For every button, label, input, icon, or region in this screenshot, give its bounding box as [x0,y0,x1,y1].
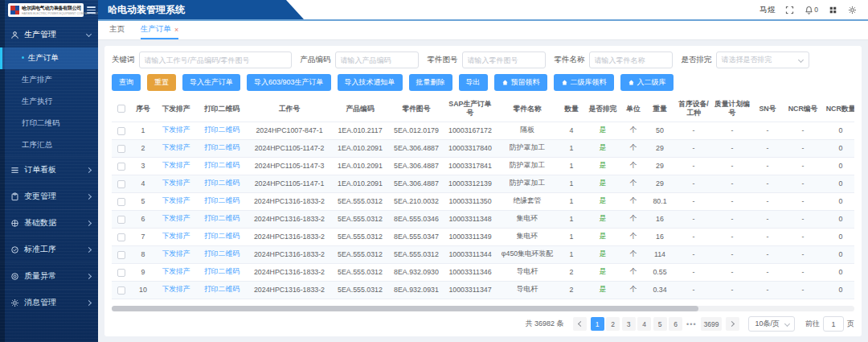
horizontal-scrollbar[interactable] [112,306,854,311]
import-tech-notice-button[interactable]: 导入技术通知单 [338,74,403,91]
sidebar-items: 订单看板变更管理基础数据标准工序质量异常消息管理 [0,156,98,315]
pagination-ellipsis[interactable]: ••• [686,320,696,328]
prev-page-button[interactable] [573,317,587,331]
sidebar-item-message-management[interactable]: 消息管理 [0,289,98,315]
page-button-2[interactable]: 2 [606,317,620,331]
select-all-checkbox[interactable] [117,105,125,113]
print-qrcode-link[interactable]: 打印二维码 [204,249,240,258]
last-page-button[interactable]: 3699 [701,317,723,331]
scrollbar-thumb[interactable] [112,306,698,311]
sidebar-item-order-board[interactable]: 订单看板 [0,156,98,183]
apps-grid-icon[interactable] [829,6,837,14]
sidebar-item-production-execution[interactable]: 生产执行 [0,91,98,113]
dispatch-link[interactable]: 下发排产 [162,232,190,240]
page-button-4[interactable]: 4 [637,317,651,331]
dispatch-link[interactable]: 下发排产 [162,161,190,169]
print-qrcode-link[interactable]: 打印二维码 [204,196,240,204]
cell-part-name: 防护罩加工 [496,175,559,192]
filter-keyword-input[interactable] [139,52,292,68]
scheduled-complete-flag: 是 [600,179,607,187]
cell-dispatch: 下发排产 [155,263,197,281]
print-qrcode-link[interactable]: 打印二维码 [204,143,240,151]
page-size-select[interactable]: 10条/页 [748,316,795,332]
sidebar-group-production-management[interactable]: 生产管理 [0,22,98,47]
notification-bell-icon[interactable]: 0 [805,6,818,14]
button-label: 导入603/903生产订单 [254,77,324,88]
dispatch-link[interactable]: 下发排产 [162,126,190,134]
row-checkbox[interactable] [117,163,125,171]
page-button-5[interactable]: 5 [653,317,667,331]
tab-production-order[interactable]: 生产订单× [141,21,178,39]
sidebar-item-production-order[interactable]: 生产订单 [0,47,98,69]
close-tab-icon[interactable]: × [174,26,178,34]
table-row: 10下发排产打印二维码2024HPC1316-1833-25EA.555.031… [112,281,854,299]
print-qrcode-link[interactable]: 打印二维码 [204,267,240,275]
filter-part-drawing-no-input[interactable] [462,52,546,68]
cell-part-no: 5EA.306.4887 [388,157,444,175]
dispatch-link[interactable]: 下发排产 [162,179,190,187]
export-button[interactable]: 导出 [459,74,488,91]
row-checkbox[interactable] [117,233,125,241]
dispatch-link[interactable]: 下发排产 [162,285,190,293]
cell-print: 打印二维码 [197,122,247,139]
query-button[interactable]: 查询 [112,74,141,91]
chevron-down-icon [784,321,790,327]
sidebar-item-process-summary[interactable]: 工序汇总 [0,134,98,156]
dispatch-link[interactable]: 下发排产 [162,196,190,204]
print-qrcode-link[interactable]: 打印二维码 [204,285,240,293]
print-qrcode-link[interactable]: 打印二维码 [204,214,240,222]
cell-dispatch: 下发排产 [155,245,197,263]
print-qrcode-link[interactable]: 打印二维码 [204,161,240,169]
sidebar-collapse-icon[interactable] [87,5,96,14]
import-603-903-button[interactable]: 导入603/903生产订单 [247,74,331,91]
sidebar-item-quality-exception[interactable]: 质量异常 [0,262,98,289]
secondary-store-pick-button[interactable]: 二级库领料 [554,74,614,91]
orders-table: 序号下发排产打印二维码工作号产品编码零件图号SAP生产订单号零件名称数量是否排完… [112,97,854,299]
cell-sap-no: 10003312139 [444,175,496,192]
sidebar-item-base-data[interactable]: 基础数据 [0,209,98,236]
row-checkbox[interactable] [117,269,125,277]
settings-gear-icon[interactable] [848,6,857,14]
sidebar-item-print-qrcode[interactable]: 打印二维码 [0,113,98,134]
batch-delete-button[interactable]: 批量删除 [409,74,452,91]
reset-button[interactable]: 重置 [147,74,176,91]
next-page-button[interactable] [726,317,739,331]
dispatch-link[interactable]: 下发排产 [162,249,190,258]
print-qrcode-link[interactable]: 打印二维码 [204,126,240,134]
sidebar-item-production-scheduling[interactable]: 生产排产 [0,69,98,91]
column-header: 重量 [645,97,674,122]
print-qrcode-link[interactable]: 打印二维码 [204,232,240,240]
select-placeholder: 请选择是否排完 [722,55,772,65]
import-production-order-button[interactable]: 导入生产订单 [182,74,240,91]
filter-schedule-complete-select[interactable]: 请选择是否排完 [716,52,809,68]
cell-print: 打印二维码 [197,192,247,210]
row-checkbox[interactable] [117,216,125,224]
goto-page-input[interactable] [823,316,844,332]
row-checkbox[interactable] [117,145,125,153]
tab-label: 主页 [109,24,125,35]
page-button-6[interactable]: 6 [669,317,682,331]
fullscreen-icon[interactable] [785,6,794,14]
row-checkbox[interactable] [117,251,125,259]
page-button-1[interactable]: 1 [591,317,604,331]
username[interactable]: 马煜 [760,5,775,15]
row-checkbox[interactable] [117,286,125,295]
row-checkbox[interactable] [117,198,125,206]
cell-quality-plan-no: - [713,245,751,263]
dispatch-link[interactable]: 下发排产 [162,214,190,222]
sidebar-item-standard-process[interactable]: 标准工序 [0,236,98,262]
dispatch-link[interactable]: 下发排产 [162,267,190,275]
reserve-material-button[interactable]: 预留领料 [494,74,547,91]
page-button-3[interactable]: 3 [622,317,636,331]
row-checkbox[interactable] [117,180,125,188]
filter-part-name-input[interactable] [589,52,673,68]
into-secondary-store-button[interactable]: 入二级库 [620,74,674,91]
row-checkbox[interactable] [117,127,125,135]
sidebar-item-change-management[interactable]: 变更管理 [0,183,98,209]
tab-home[interactable]: 主页 [109,21,125,39]
active-dot [22,56,24,59]
cell-print: 打印二维码 [197,157,247,175]
filter-product-code-input[interactable] [335,52,419,68]
dispatch-link[interactable]: 下发排产 [162,143,190,151]
print-qrcode-link[interactable]: 打印二维码 [204,179,240,187]
